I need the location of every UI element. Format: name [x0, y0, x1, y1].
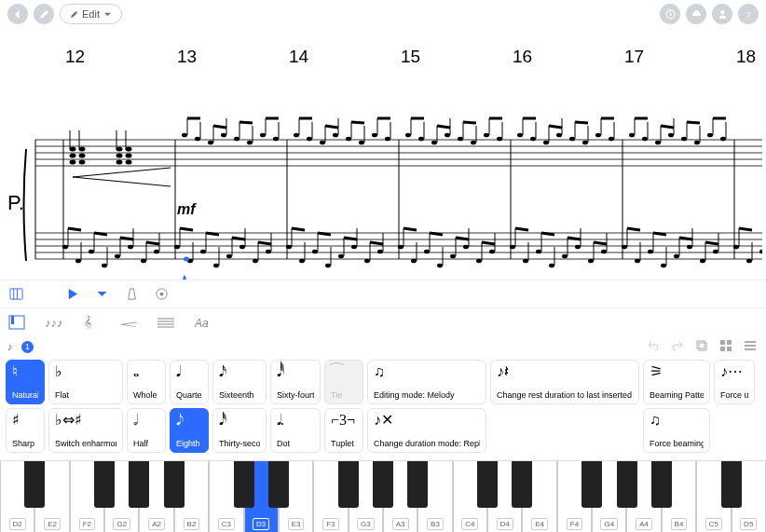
black-key[interactable]	[338, 461, 359, 508]
palette-sixty-fourth[interactable]: 𝅘𝅥𝅱Sixty-fourth	[270, 360, 321, 404]
svg-point-132	[707, 133, 713, 138]
copy-button[interactable]	[695, 339, 710, 354]
measure-number: 12	[65, 47, 177, 67]
music-staff: P. mf	[7, 84, 762, 280]
black-key[interactable]	[407, 461, 428, 508]
palette-editing-mode-melody[interactable]: ♫Editing mode: Melody	[367, 360, 486, 404]
svg-point-45	[221, 133, 226, 138]
palette-label: Flat	[55, 391, 116, 400]
black-key[interactable]	[94, 461, 115, 508]
help-button[interactable]: ?	[738, 4, 759, 24]
svg-point-250	[687, 245, 692, 250]
edit-label: Edit	[82, 8, 100, 20]
palette-switch-enharmonic[interactable]: ♭⇔♯Switch enharmonic	[48, 408, 123, 453]
svg-point-252	[700, 259, 705, 264]
share-button[interactable]	[712, 4, 732, 24]
svg-line-149	[120, 238, 133, 239]
palette-quarter[interactable]: 𝅘𝅥Quarter	[170, 360, 209, 404]
black-key[interactable]	[651, 461, 672, 508]
palette-whole[interactable]: 𝅝Whole	[127, 360, 166, 404]
palette-tie: ⁀Tie	[324, 360, 363, 404]
score-area[interactable]: 12131415161718 P. mf	[0, 28, 766, 280]
svg-point-34	[126, 154, 132, 158]
key-label: G4	[600, 518, 618, 530]
svg-line-259	[739, 228, 752, 230]
svg-line-249	[679, 238, 692, 239]
svg-point-47	[234, 137, 239, 142]
redo-button[interactable]	[671, 339, 686, 354]
svg-point-140	[75, 259, 81, 264]
key-label: F4	[567, 518, 582, 530]
black-key[interactable]	[512, 461, 532, 508]
metronome-button[interactable]	[123, 286, 140, 303]
black-key[interactable]	[373, 461, 393, 508]
edit-dropdown[interactable]: Edit	[60, 4, 122, 24]
svg-point-25	[79, 147, 86, 152]
svg-point-102	[543, 141, 549, 145]
black-key[interactable]	[268, 461, 289, 508]
palette-tuplet[interactable]: ⌐3¬Tuplet	[324, 408, 363, 453]
history-button[interactable]	[660, 4, 680, 24]
svg-point-195	[377, 250, 383, 254]
svg-point-29	[116, 147, 123, 152]
list-button[interactable]	[744, 339, 759, 354]
palette-force-beaming[interactable]: ♫Force beaming	[643, 408, 710, 453]
black-key[interactable]	[24, 461, 45, 508]
black-key[interactable]	[164, 461, 185, 508]
palette-change-rest-duration-to-last-inserted-note[interactable]: ♪𝄽𝄽Change rest duration to last inserted…	[490, 360, 639, 404]
palette-sixteenth[interactable]: 𝅘𝅥𝅯Sixteenth	[212, 360, 267, 404]
play-options-dropdown[interactable]	[93, 286, 110, 303]
palette-label: Half	[133, 440, 159, 448]
svg-point-107	[569, 137, 575, 142]
black-key[interactable]	[234, 461, 254, 508]
grid-button[interactable]	[719, 339, 734, 354]
svg-point-100	[530, 137, 536, 142]
tab-dynamics[interactable]: 𝆒	[119, 314, 138, 331]
cloud-button[interactable]	[686, 4, 706, 24]
play-button[interactable]	[63, 286, 80, 303]
undo-button[interactable]	[647, 339, 662, 354]
svg-rect-297	[727, 340, 732, 345]
black-key[interactable]	[477, 461, 498, 508]
svg-point-277	[184, 257, 189, 262]
svg-line-124	[661, 126, 674, 128]
tab-ornament[interactable]: 𝄞	[82, 314, 101, 331]
svg-line-104	[549, 126, 562, 128]
volume-button[interactable]	[153, 286, 170, 303]
palette-beaming-pattern[interactable]: ⚞Beaming Pattern	[643, 360, 710, 404]
svg-point-87	[458, 137, 463, 142]
palette-flat[interactable]: ♭Flat	[48, 360, 123, 404]
tab-measure[interactable]	[157, 314, 175, 331]
palette-dot[interactable]: 𝅘𝅥 .Dot	[270, 408, 321, 453]
svg-point-120	[642, 137, 648, 142]
notification-badge[interactable]: ♪ 1	[7, 341, 34, 353]
svg-point-155	[154, 250, 159, 254]
svg-rect-299	[727, 347, 732, 351]
svg-point-282	[159, 293, 163, 296]
palette-label: Whole	[133, 391, 159, 400]
edit-pencil-button[interactable]	[34, 4, 54, 24]
instrument-icon[interactable]	[7, 286, 24, 303]
palette-natural[interactable]: ♮Natural	[6, 360, 45, 404]
palette-sharp[interactable]: ♯Sharp	[6, 408, 45, 453]
palette-half[interactable]: 𝅗𝅥Half	[127, 408, 166, 453]
notif-count: 1	[21, 341, 34, 353]
black-key[interactable]	[617, 461, 637, 508]
svg-point-23	[70, 160, 76, 165]
palette-thirty-second[interactable]: 𝅘𝅥𝅰Thirty-second	[212, 408, 267, 453]
tab-text[interactable]: Aa	[194, 314, 212, 331]
key-label: C5	[705, 518, 722, 530]
svg-point-40	[195, 137, 200, 142]
palette-glyph: ⚞	[650, 364, 704, 381]
black-key[interactable]	[129, 461, 149, 508]
tab-note[interactable]	[7, 314, 26, 331]
palette-change-duration-mode-replace[interactable]: ♪✕Change duration mode: Replace	[367, 408, 486, 453]
tab-articulation[interactable]: ♪♪♪	[45, 314, 63, 331]
palette-label: Change rest duration to last inserted no…	[497, 391, 633, 400]
palette-eighth[interactable]: 𝅘𝅥𝅮Eighth	[170, 408, 209, 453]
black-key[interactable]	[581, 461, 602, 508]
svg-point-207	[450, 254, 456, 259]
palette-force-unb[interactable]: ♪⋯Force unb	[714, 360, 755, 404]
black-key[interactable]	[721, 461, 742, 508]
back-button[interactable]	[7, 4, 28, 24]
